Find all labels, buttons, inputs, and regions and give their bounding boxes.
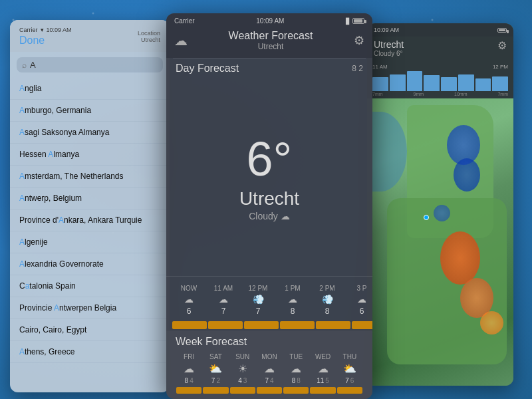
left-carrier: Carrier	[19, 27, 38, 33]
hourly-icon: ☁	[357, 294, 366, 305]
app-title-block: Weather Forecast Utrecht	[188, 30, 354, 51]
day-temps: 7 2	[211, 377, 220, 384]
week-bars	[176, 384, 363, 395]
location-label: Location	[138, 30, 160, 37]
hourly-item-2pm: 2 PM 💨 8	[310, 283, 344, 317]
main-condition: Cloudy ☁	[249, 211, 290, 221]
main-temperature: 6°	[247, 135, 293, 183]
week-day-wed: WED ☁ 11 5	[309, 353, 336, 384]
list-item[interactable]: Province d'Ankara, Ankara Turquie	[10, 209, 170, 231]
day-label: TUE	[289, 353, 303, 360]
list-item[interactable]: Cairo, Cairo, Egypt	[10, 319, 170, 341]
list-item[interactable]: Alexandria Governorate	[10, 253, 170, 275]
right-settings-icon[interactable]: ⚙	[497, 39, 507, 52]
center-app-header: ☁ Weather Forecast Utrecht ⚙	[166, 27, 372, 58]
precip-mm-1: 7mm	[372, 92, 383, 96]
day-icon: ⛅	[209, 362, 222, 375]
hourly-temp: 8	[325, 307, 330, 316]
list-item[interactable]: Athens, Greece	[10, 341, 170, 363]
day-icon: ⛅	[343, 362, 356, 375]
week-forecast-label: Week Forecast	[176, 336, 363, 348]
day-forecast-header: Day Forecast 8 2	[166, 59, 372, 77]
list-item[interactable]: Anglia	[10, 78, 170, 100]
done-button[interactable]: Done	[19, 35, 45, 47]
week-day-thu: THU ⛅ 7 6	[336, 353, 363, 384]
hourly-temp: 6	[360, 307, 364, 316]
day-hi: 7	[345, 377, 349, 384]
list-item[interactable]: Amburgo, Germania	[10, 100, 170, 122]
hourly-label: 1 PM	[285, 285, 300, 292]
app-title: Weather Forecast	[188, 30, 354, 42]
hourly-temp: 8	[291, 307, 295, 316]
day-temps: 7 4	[265, 377, 273, 384]
map-panel: 10:09 AM Utrecht Cloudy 6° ⚙ 11 AM 12 PM	[367, 23, 513, 386]
center-status-time: 10:09 AM	[256, 17, 284, 25]
hourly-bar	[352, 321, 372, 329]
day-lo: 6	[350, 377, 354, 384]
search-bar[interactable]: ⌕	[17, 57, 163, 72]
day-lo: 3	[243, 377, 247, 384]
day-temps: 4 3	[238, 377, 247, 384]
location-panel-header: Carrier ▾ 10:09 AM Done Location Utrecht	[10, 20, 170, 52]
hourly-icon: ☁	[288, 294, 297, 305]
signal-icon: ▊	[346, 18, 350, 25]
precipitation-strip: 11 AM 12 PM 7mm 9mm 10mm 7mm	[367, 61, 513, 98]
right-city-name: Utrecht	[374, 39, 404, 50]
week-forecast-section: Week Forecast FRI ☁ 8 4 SAT ⛅ 7 2	[166, 331, 372, 399]
week-bar	[310, 387, 335, 394]
hourly-temp: 7	[256, 307, 261, 316]
wifi-icon: ▾	[41, 27, 44, 33]
hourly-item-11am: 11 AM ☁ 7	[206, 283, 241, 317]
day-lo: 8	[297, 377, 301, 384]
radar-blob-6	[434, 205, 450, 221]
radar-blob-5	[480, 311, 503, 334]
list-item[interactable]: Catalonia Spain	[10, 275, 170, 297]
day-icon: ☀	[238, 362, 247, 375]
week-bar	[337, 387, 362, 394]
left-status-bar: Carrier ▾ 10:09 AM	[19, 27, 72, 33]
day-label: SUN	[235, 353, 249, 360]
week-day-fri: FRI ☁ 8 4	[176, 353, 202, 384]
hourly-forecast-strip: NOW ☁ 6 11 AM ☁ 7 12 PM 💨 7 1 PM ☁	[166, 276, 372, 331]
precip-mm-3: 10mm	[454, 92, 467, 96]
list-item[interactable]: Algenije	[10, 231, 170, 253]
precip-label-11am: 11 AM	[372, 64, 388, 70]
hourly-bar	[208, 321, 243, 329]
condition-text: Cloudy	[249, 211, 278, 221]
cloud-icon: ☁	[174, 33, 188, 49]
search-icon: ⌕	[22, 61, 27, 70]
left-time: 10:09 AM	[47, 27, 72, 33]
main-weather-display: 6° Utrecht Cloudy ☁	[166, 77, 372, 276]
location-list: Anglia Amburgo, Germania Asagi Saksonya …	[10, 78, 170, 390]
list-item[interactable]: Amsterdam, The Netherlands	[10, 166, 170, 188]
hourly-label: 11 AM	[214, 285, 233, 292]
main-city: Utrecht	[239, 188, 299, 209]
week-bar	[203, 387, 228, 394]
list-item[interactable]: Asagi Saksonya Almanya	[10, 122, 170, 144]
right-status-time: 10:09 AM	[374, 27, 399, 33]
week-day-tue: TUE ☁ 8 8	[283, 353, 309, 384]
center-status-bar: Carrier 10:09 AM ▊	[166, 13, 372, 27]
day-label: SAT	[209, 353, 222, 360]
hourly-scroll: NOW ☁ 6 11 AM ☁ 7 12 PM 💨 7 1 PM ☁	[166, 281, 372, 320]
day-temps: 8 4	[185, 377, 194, 384]
day-hi: 8	[185, 377, 189, 384]
list-item[interactable]: Provincie Antwerpen Belgia	[10, 297, 170, 319]
list-item[interactable]: Hessen Almanya	[10, 144, 170, 166]
settings-icon[interactable]: ⚙	[354, 33, 364, 48]
search-input[interactable]	[30, 60, 158, 70]
battery-icon	[497, 28, 507, 33]
precip-bar	[458, 74, 474, 92]
day-label: FRI	[184, 353, 194, 360]
radar-blob-2	[454, 158, 480, 192]
hourly-bar	[172, 321, 207, 329]
hourly-label: 3 P	[356, 285, 366, 292]
hourly-temp: 6	[187, 307, 192, 316]
location-panel: Carrier ▾ 10:09 AM Done Location Utrecht…	[10, 20, 170, 392]
battery-icon	[352, 18, 364, 24]
right-status-bar: 10:09 AM	[367, 23, 513, 37]
list-item[interactable]: Antwerp, Belgium	[10, 188, 170, 209]
hourly-label: 2 PM	[319, 285, 334, 292]
header-left: Carrier ▾ 10:09 AM Done	[19, 27, 72, 47]
radar-map	[367, 98, 513, 386]
